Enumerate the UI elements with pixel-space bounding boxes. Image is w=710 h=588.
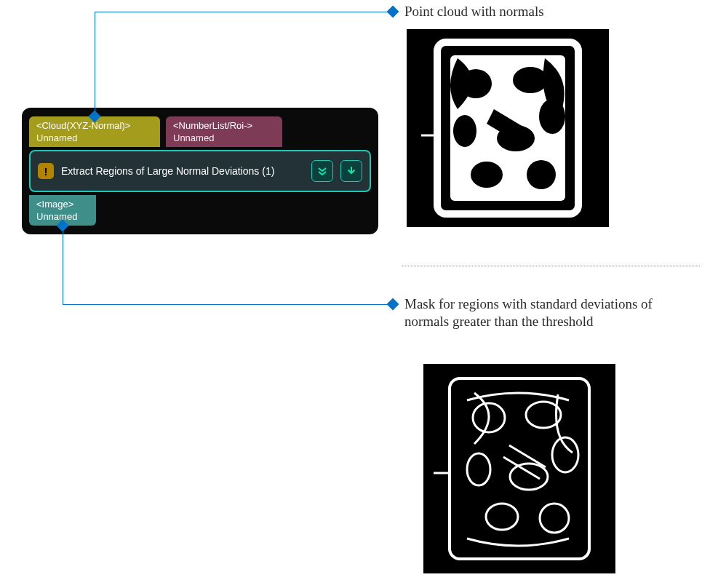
svg-point-6 (453, 115, 476, 147)
callout-line (95, 12, 393, 12)
illustration-mask (423, 364, 615, 573)
input-port-numberlist-name: Unnamed (173, 132, 275, 144)
illustration-point-cloud (407, 29, 609, 227)
svg-point-9 (527, 160, 556, 189)
svg-rect-11 (423, 364, 615, 573)
callout-line (63, 304, 393, 305)
callout-endpoint-icon (387, 6, 399, 18)
input-port-numberlist-type: <NumberList/Roi-> (173, 119, 275, 132)
warning-icon: ! (38, 163, 54, 179)
annotation-mask: Mask for regions with standard deviation… (404, 295, 666, 330)
input-port-cloud-name: Unnamed (36, 132, 153, 144)
svg-point-8 (471, 162, 503, 188)
run-down-button[interactable] (340, 160, 362, 182)
callout-endpoint-icon (387, 298, 399, 311)
expand-all-button[interactable] (311, 160, 333, 182)
annotation-point-cloud: Point cloud with normals (404, 3, 681, 20)
output-port-image-name: Unnamed (36, 211, 77, 222)
input-port-numberlist[interactable]: <NumberList/Roi-> Unnamed (166, 116, 282, 147)
processing-node: <Cloud(XYZ-Normal)> Unnamed <NumberList/… (22, 108, 378, 234)
callout-line (63, 226, 63, 304)
step-label: Extract Regions of Large Normal Deviatio… (61, 165, 304, 177)
callout-line (95, 12, 95, 116)
output-port-image-type: <Image> (36, 199, 73, 210)
step-row[interactable]: ! Extract Regions of Large Normal Deviat… (29, 150, 371, 192)
section-divider (402, 266, 700, 266)
svg-point-4 (513, 67, 548, 93)
